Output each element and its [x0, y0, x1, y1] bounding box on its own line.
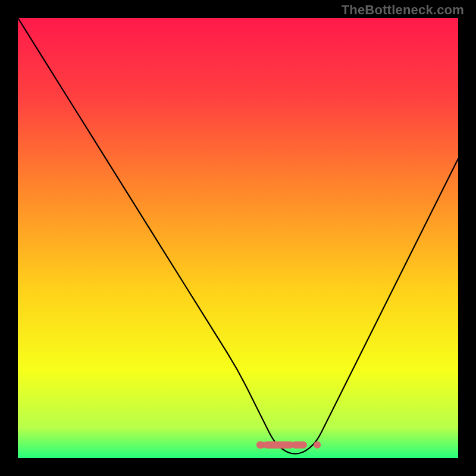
plot-area [18, 18, 458, 458]
optimal-range-endcap [314, 441, 321, 449]
optimal-range-endcap [256, 441, 264, 449]
chart-container: TheBottleneck.com [0, 0, 476, 476]
bottleneck-curve-chart [18, 18, 458, 458]
watermark-text: TheBottleneck.com [342, 2, 464, 18]
chart-background [18, 18, 458, 458]
